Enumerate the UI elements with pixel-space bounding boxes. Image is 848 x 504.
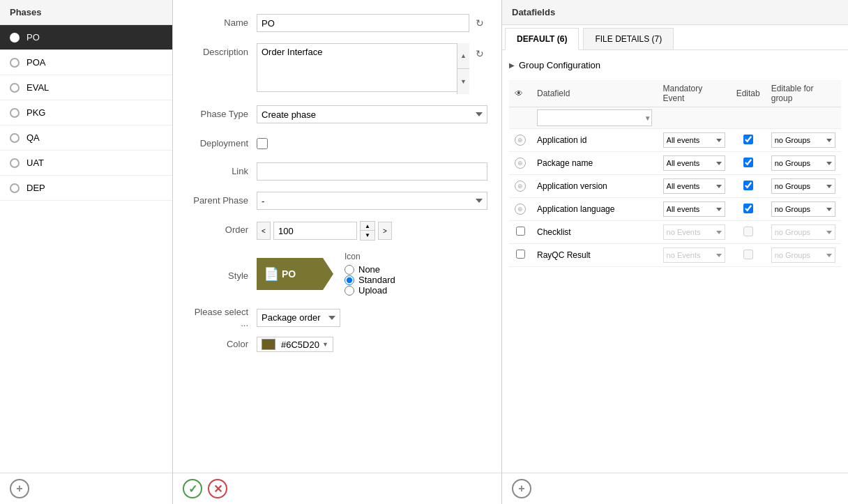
row-editable-group-2: no Groups <box>766 175 841 198</box>
datafields-content: ▶ Group Configuration 👁 Datafield Mandat… <box>502 50 848 473</box>
style-field: 📄 PO Icon None Standard <box>257 252 487 296</box>
phase-dot <box>10 83 20 93</box>
phases-footer: + <box>0 473 172 504</box>
please-select-row: Please select ... Package order Other <box>187 307 487 328</box>
description-refresh-icon[interactable]: ↻ <box>472 46 487 61</box>
editable-checkbox-1[interactable] <box>743 158 753 167</box>
color-selector[interactable]: #6C5D20 ▼ <box>257 337 333 352</box>
please-select-dropdown[interactable]: Package order Other <box>257 309 340 327</box>
editable-group-select-2[interactable]: no Groups <box>771 178 835 194</box>
mandatory-event-select-5[interactable]: no Events <box>663 247 725 263</box>
order-field: < ▲ ▼ > <box>257 221 487 240</box>
filter-eye-cell <box>509 107 531 129</box>
form-content: Name ↻ Description ▲ ▼ <box>173 0 501 473</box>
icon-upload-option[interactable]: Upload <box>344 285 395 296</box>
parent-phase-select[interactable]: - <box>257 192 487 210</box>
icon-options-label: Icon <box>344 252 395 261</box>
order-prev-button[interactable]: < <box>257 222 271 240</box>
table-row: Checklistno Eventsno Groups <box>509 221 841 244</box>
name-row: Name ↻ <box>187 14 487 32</box>
row-editable-5 <box>731 244 766 267</box>
order-label: Order <box>187 221 257 235</box>
deployment-checkbox[interactable] <box>257 138 268 149</box>
row-editable-4 <box>731 221 766 244</box>
cancel-button[interactable]: ✕ <box>208 479 227 498</box>
editable-group-select-0[interactable]: no Groups <box>771 132 835 148</box>
phase-dot <box>10 183 20 193</box>
mandatory-event-select-0[interactable]: All events <box>663 132 725 148</box>
phase-item-pkg[interactable]: PKG <box>0 100 172 125</box>
row-mandatory-event-0: All events <box>658 129 731 152</box>
icon-standard-option[interactable]: Standard <box>344 275 395 285</box>
please-select-field: Package order Other <box>257 309 340 327</box>
icon-none-label: None <box>358 264 380 275</box>
editable-group-select-3[interactable]: no Groups <box>771 201 835 217</box>
deployment-label: Deployment <box>187 135 257 148</box>
name-input[interactable] <box>257 14 469 32</box>
group-config-toggle[interactable]: ▶ Group Configuration <box>509 57 841 73</box>
phase-preview: 📄 PO <box>257 258 333 290</box>
row-eye-col-0: ⊕ <box>509 129 531 152</box>
datafields-table: 👁 Datafield Mandatory Event Editab Edita… <box>509 80 841 267</box>
icon-standard-radio[interactable] <box>344 275 354 285</box>
order-input[interactable] <box>273 222 357 240</box>
parent-phase-label: Parent Phase <box>187 192 257 206</box>
name-label: Name <box>187 14 257 28</box>
editable-checkbox-0[interactable] <box>743 135 753 144</box>
add-phase-button[interactable]: + <box>10 479 29 498</box>
editable-checkbox-3[interactable] <box>743 204 753 213</box>
phase-item-dep[interactable]: DEP <box>0 176 172 201</box>
tab-default[interactable]: DEFAULT (6) <box>505 28 579 50</box>
scroll-up-icon[interactable]: ▲ <box>457 43 469 69</box>
phase-item-qa[interactable]: QA <box>0 125 172 151</box>
tab-file_details[interactable]: FILE DETAILS (7) <box>583 28 674 49</box>
row-datafield-name-0: Application id <box>531 129 658 152</box>
editable-group-select-4[interactable]: no Groups <box>771 224 835 240</box>
editable-group-select-1[interactable]: no Groups <box>771 155 835 171</box>
globe-icon: ⊕ <box>515 181 526 192</box>
form-footer: ✓ ✕ <box>173 473 501 504</box>
order-increment-button[interactable]: ▲ <box>361 222 374 231</box>
scroll-down-icon[interactable]: ▼ <box>457 69 469 94</box>
order-next-button[interactable]: > <box>378 222 392 240</box>
row-checkbox-4[interactable] <box>516 227 525 236</box>
icon-none-option[interactable]: None <box>344 264 395 275</box>
mandatory-event-select-3[interactable]: All events <box>663 201 725 217</box>
link-label: Link <box>187 162 257 176</box>
phase-item-uat[interactable]: UAT <box>0 151 172 176</box>
description-textarea[interactable] <box>257 43 469 92</box>
row-checkbox-5[interactable] <box>516 250 525 259</box>
link-input[interactable] <box>257 162 487 181</box>
row-mandatory-event-1: All events <box>658 152 731 175</box>
mandatory-event-select-4[interactable]: no Events <box>663 224 725 240</box>
mandatory-event-select-1[interactable]: All events <box>663 155 725 171</box>
datafield-filter-input[interactable] <box>538 110 644 125</box>
editable-checkbox-4[interactable] <box>743 227 753 236</box>
order-decrement-button[interactable]: ▼ <box>361 231 374 240</box>
icon-none-radio[interactable] <box>344 265 354 275</box>
row-eye-col-2: ⊕ <box>509 175 531 198</box>
editable-checkbox-2[interactable] <box>743 181 753 190</box>
phase-preview-icon: 📄 <box>264 266 279 282</box>
icon-upload-radio[interactable] <box>344 286 354 296</box>
row-editable-group-3: no Groups <box>766 198 841 221</box>
phase-type-select[interactable]: Create phase Review phase Approval phase <box>257 105 487 123</box>
please-select-label: Please select ... <box>187 307 257 328</box>
phase-item-poa[interactable]: POA <box>0 50 172 75</box>
group-config: ▶ Group Configuration <box>509 57 841 73</box>
row-mandatory-event-4: no Events <box>658 221 731 244</box>
name-refresh-icon[interactable]: ↻ <box>472 15 487 31</box>
editable-checkbox-5[interactable] <box>743 250 753 259</box>
row-eye-col-1: ⊕ <box>509 152 531 175</box>
editable-group-select-5[interactable]: no Groups <box>771 247 835 263</box>
phase-item-eval[interactable]: EVAL <box>0 75 172 100</box>
description-label: Description <box>187 43 257 57</box>
deployment-field <box>257 135 487 151</box>
add-datafield-button[interactable]: + <box>512 479 531 498</box>
parent-phase-field: - <box>257 192 487 210</box>
table-row: ⊕Application idAll eventsno Groups <box>509 129 841 152</box>
confirm-button[interactable]: ✓ <box>183 479 202 498</box>
style-row: Style 📄 PO Icon <box>187 252 487 296</box>
mandatory-event-select-2[interactable]: All events <box>663 178 725 194</box>
phase-item-po[interactable]: PO <box>0 25 172 50</box>
